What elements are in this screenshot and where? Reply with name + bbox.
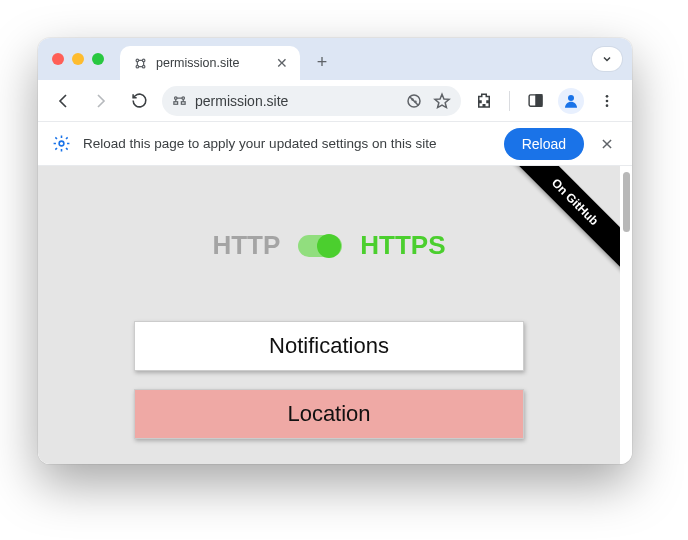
close-window-button[interactable] (52, 53, 64, 65)
svg-point-9 (412, 99, 413, 100)
toolbar-divider (509, 91, 510, 111)
svg-point-5 (182, 97, 185, 100)
forward-button[interactable] (86, 86, 116, 116)
svg-point-15 (606, 99, 609, 102)
profile-avatar[interactable] (558, 88, 584, 114)
svg-point-14 (606, 95, 609, 98)
settings-gear-icon (52, 134, 71, 153)
extensions-icon[interactable] (469, 86, 499, 116)
site-info-icon[interactable] (172, 93, 187, 108)
svg-point-17 (59, 141, 64, 146)
svg-point-16 (606, 104, 609, 107)
permission-buttons: Notifications Location (134, 321, 524, 439)
toggle-knob (317, 234, 341, 258)
svg-point-0 (136, 59, 139, 62)
browser-window: permission.site ✕ + permission.sit (38, 38, 632, 464)
maximize-window-button[interactable] (92, 53, 104, 65)
svg-rect-7 (181, 102, 185, 105)
tab-strip: permission.site ✕ + (38, 38, 632, 80)
tab-title: permission.site (156, 56, 268, 70)
notifications-button[interactable]: Notifications (134, 321, 524, 371)
github-ribbon[interactable]: On GitHub (498, 166, 620, 279)
info-bar-close-icon[interactable] (596, 133, 618, 155)
http-label[interactable]: HTTP (212, 230, 280, 261)
page-content: On GitHub HTTP HTTPS Notifications Locat… (38, 166, 620, 464)
svg-point-10 (415, 101, 416, 102)
svg-point-3 (142, 65, 145, 68)
tab-favicon-icon (132, 55, 148, 71)
protocol-toggle-row: HTTP HTTPS (212, 230, 445, 261)
side-panel-icon[interactable] (520, 86, 550, 116)
page-viewport: On GitHub HTTP HTTPS Notifications Locat… (38, 166, 632, 464)
svg-point-1 (142, 59, 145, 62)
url-text: permission.site (195, 93, 397, 109)
tab-close-icon[interactable]: ✕ (276, 56, 288, 70)
window-controls (48, 53, 104, 65)
reload-button[interactable] (124, 86, 154, 116)
menu-icon[interactable] (592, 86, 622, 116)
vertical-scrollbar[interactable] (623, 172, 630, 232)
bookmark-icon[interactable] (433, 92, 451, 110)
info-bar: Reload this page to apply your updated s… (38, 122, 632, 166)
svg-point-13 (568, 95, 574, 101)
minimize-window-button[interactable] (72, 53, 84, 65)
back-button[interactable] (48, 86, 78, 116)
toolbar: permission.site (38, 80, 632, 122)
address-bar[interactable]: permission.site (162, 86, 461, 116)
svg-rect-6 (174, 102, 178, 105)
tab-overflow-button[interactable] (592, 47, 622, 71)
new-tab-button[interactable]: + (308, 48, 336, 76)
cookie-blocked-icon[interactable] (405, 92, 423, 110)
protocol-toggle[interactable] (298, 235, 342, 257)
svg-point-2 (136, 65, 139, 68)
svg-rect-12 (536, 95, 542, 106)
location-button[interactable]: Location (134, 389, 524, 439)
browser-tab[interactable]: permission.site ✕ (120, 46, 300, 80)
info-bar-message: Reload this page to apply your updated s… (83, 136, 492, 151)
svg-point-4 (175, 97, 178, 100)
info-bar-reload-button[interactable]: Reload (504, 128, 584, 160)
https-label[interactable]: HTTPS (360, 230, 445, 261)
